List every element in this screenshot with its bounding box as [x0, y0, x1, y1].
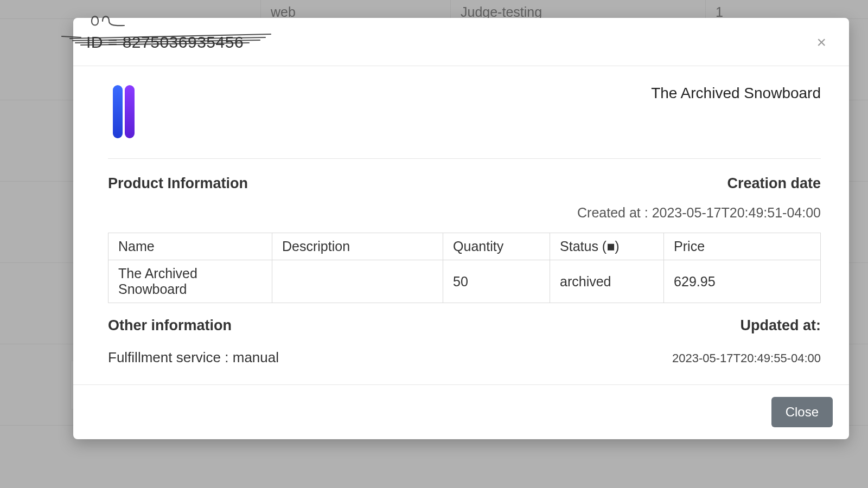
modal-body: The Archived Snowboard Product Informati… — [73, 66, 849, 384]
product-name: The Archived Snowboard — [651, 85, 821, 102]
cell-status: archived — [550, 260, 664, 303]
cell-quantity: 50 — [443, 260, 550, 303]
cell-price: 629.95 — [664, 260, 821, 303]
modal-title: ID = 8275036935456 — [86, 33, 244, 52]
product-id-label: ID = 8275036935456 — [86, 33, 244, 51]
col-status: Status (■) — [550, 233, 664, 260]
fulfillment-value: manual — [233, 349, 279, 365]
other-headings: Other information Updated at: — [108, 317, 821, 334]
table-row: The Archived Snowboard 50 archived 629.9… — [108, 260, 821, 303]
section-updated-at: Updated at: — [741, 317, 821, 334]
section-product-info: Product Information — [108, 175, 248, 192]
col-name: Name — [108, 233, 272, 260]
updated-at-value: 2023-05-17T20:49:55-04:00 — [672, 351, 821, 365]
product-image-icon — [108, 85, 139, 139]
close-button[interactable]: Close — [771, 397, 833, 427]
product-detail-modal: ID = 8275036935456 × The Archived Snowbo… — [73, 18, 849, 439]
fulfillment-service: Fulfillment service : manual — [108, 349, 279, 366]
created-at-line: Created at : 2023-05-17T20:49:51-04:00 — [108, 205, 821, 221]
col-quantity: Quantity — [443, 233, 550, 260]
created-at-prefix: Created at : — [577, 205, 652, 220]
created-at-value: 2023-05-17T20:49:51-04:00 — [652, 205, 821, 220]
modal-footer: Close — [73, 384, 849, 439]
cell-description — [272, 260, 443, 303]
modal-header: ID = 8275036935456 × — [73, 18, 849, 66]
section-other-info: Other information — [108, 317, 232, 334]
section-creation-date: Creation date — [727, 175, 821, 192]
fulfillment-label: Fulfillment service : — [108, 349, 233, 365]
col-price: Price — [664, 233, 821, 260]
info-headings: Product Information Creation date — [108, 175, 821, 192]
product-header-row: The Archived Snowboard — [108, 85, 821, 159]
col-description: Description — [272, 233, 443, 260]
other-info-row: Fulfillment service : manual 2023-05-17T… — [108, 349, 821, 366]
product-info-table: Name Description Quantity Status (■) Pri… — [108, 233, 821, 303]
cell-name: The Archived Snowboard — [108, 260, 272, 303]
close-icon[interactable]: × — [812, 31, 831, 54]
